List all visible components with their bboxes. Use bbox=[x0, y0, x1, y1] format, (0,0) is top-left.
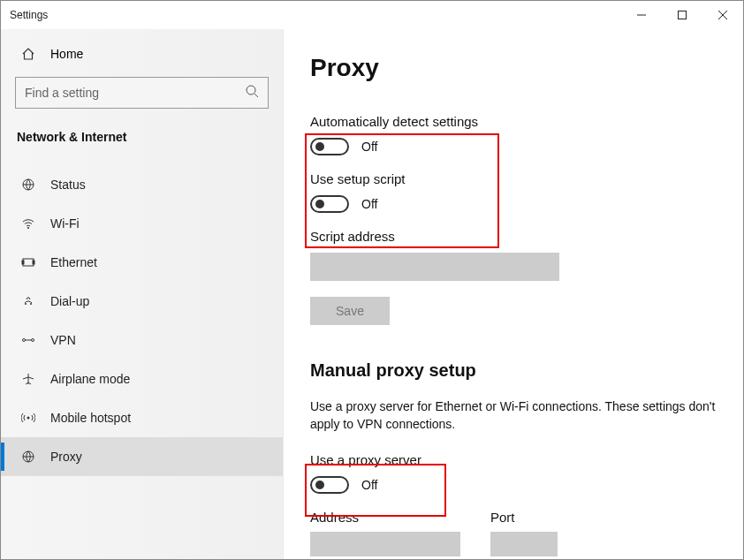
svg-point-3 bbox=[27, 227, 29, 229]
sidebar-item-label: Proxy bbox=[50, 450, 82, 464]
sidebar-item-label: Dial-up bbox=[50, 294, 89, 308]
search-input[interactable] bbox=[15, 77, 269, 109]
svg-rect-4 bbox=[23, 259, 34, 266]
save-button: Save bbox=[310, 297, 390, 325]
use-proxy-state: Off bbox=[361, 478, 377, 492]
sidebar-item-hotspot[interactable]: Mobile hotspot bbox=[1, 398, 283, 437]
sidebar-item-label: Status bbox=[50, 178, 86, 192]
status-icon bbox=[20, 178, 36, 192]
svg-rect-6 bbox=[33, 261, 34, 264]
sidebar: Home Network & Internet Status Wi-Fi bbox=[1, 29, 284, 559]
vpn-icon bbox=[20, 333, 36, 347]
sidebar-item-label: Airplane mode bbox=[50, 372, 130, 386]
setup-script-toggle[interactable] bbox=[310, 195, 349, 213]
auto-detect-toggle[interactable] bbox=[310, 138, 349, 155]
svg-point-1 bbox=[247, 86, 255, 95]
home-icon bbox=[20, 47, 36, 61]
wifi-icon bbox=[20, 216, 36, 231]
svg-point-7 bbox=[25, 303, 27, 305]
dialup-icon bbox=[20, 294, 36, 308]
svg-point-8 bbox=[30, 303, 32, 305]
page-title: Proxy bbox=[310, 54, 718, 82]
use-proxy-label: Use a proxy server bbox=[310, 452, 718, 467]
address-input bbox=[310, 532, 460, 556]
address-label: Address bbox=[310, 510, 460, 525]
use-proxy-toggle[interactable] bbox=[310, 476, 349, 494]
script-address-input bbox=[310, 253, 559, 281]
window-title: Settings bbox=[10, 9, 48, 21]
svg-point-11 bbox=[27, 417, 30, 420]
search-field[interactable] bbox=[25, 86, 245, 100]
auto-detect-state: Off bbox=[361, 140, 377, 154]
svg-point-10 bbox=[32, 339, 34, 342]
minimize-button[interactable] bbox=[621, 1, 662, 29]
setup-script-label: Use setup script bbox=[310, 171, 718, 186]
maximize-button[interactable] bbox=[662, 1, 702, 29]
home-nav[interactable]: Home bbox=[1, 38, 283, 70]
manual-heading: Manual proxy setup bbox=[310, 360, 718, 381]
manual-description: Use a proxy server for Ethernet or Wi-Fi… bbox=[310, 398, 718, 433]
svg-point-9 bbox=[23, 339, 26, 342]
port-input bbox=[490, 532, 558, 556]
home-label: Home bbox=[50, 47, 83, 61]
sidebar-item-label: Ethernet bbox=[50, 255, 97, 269]
port-label: Port bbox=[490, 510, 558, 525]
content-area: Proxy Automatically detect settings Off … bbox=[284, 29, 743, 559]
category-header: Network & Internet bbox=[1, 130, 283, 165]
sidebar-item-wifi[interactable]: Wi-Fi bbox=[1, 204, 283, 243]
ethernet-icon bbox=[20, 255, 36, 269]
sidebar-item-airplane[interactable]: Airplane mode bbox=[1, 359, 283, 398]
setup-script-state: Off bbox=[361, 197, 377, 211]
svg-rect-5 bbox=[22, 261, 24, 264]
hotspot-icon bbox=[20, 411, 36, 425]
airplane-icon bbox=[20, 372, 36, 386]
sidebar-item-vpn[interactable]: VPN bbox=[1, 321, 283, 359]
sidebar-item-ethernet[interactable]: Ethernet bbox=[1, 243, 283, 282]
auto-detect-label: Automatically detect settings bbox=[310, 114, 718, 129]
proxy-icon bbox=[20, 450, 36, 464]
sidebar-item-dialup[interactable]: Dial-up bbox=[1, 282, 283, 321]
search-icon bbox=[245, 84, 259, 102]
sidebar-item-status[interactable]: Status bbox=[1, 165, 283, 204]
sidebar-item-proxy[interactable]: Proxy bbox=[1, 437, 283, 476]
script-address-label: Script address bbox=[310, 229, 718, 244]
sidebar-item-label: Mobile hotspot bbox=[50, 411, 131, 425]
close-button[interactable] bbox=[702, 1, 743, 29]
svg-rect-0 bbox=[679, 11, 687, 19]
sidebar-item-label: Wi-Fi bbox=[50, 216, 80, 231]
sidebar-item-label: VPN bbox=[50, 333, 76, 347]
